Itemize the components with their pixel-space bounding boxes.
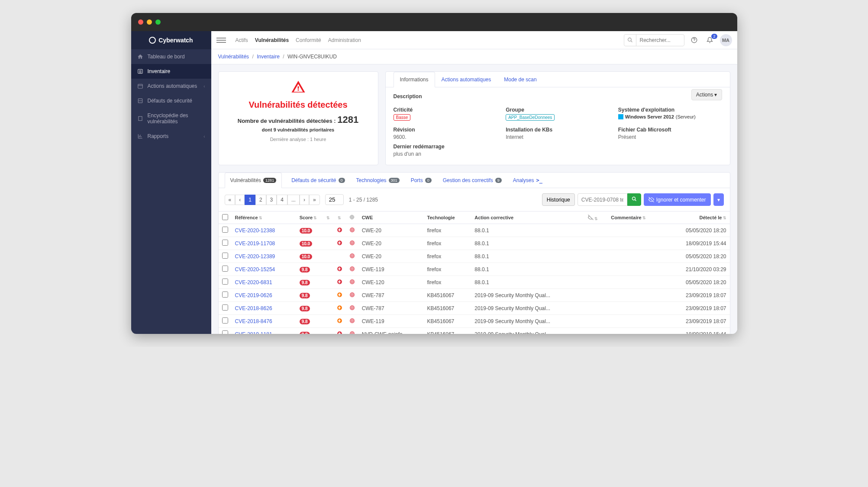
target-icon: [346, 263, 358, 276]
topnav-2[interactable]: Conformité: [292, 37, 325, 43]
window-close-icon[interactable]: [138, 19, 143, 25]
svg-point-37: [352, 268, 352, 269]
svg-point-33: [352, 255, 352, 256]
page-btn-4[interactable]: 4: [277, 195, 287, 205]
search-icon[interactable]: [624, 35, 636, 46]
brand: Cyberwatch: [131, 31, 211, 49]
group-badge[interactable]: APP_BaseDeDonnees: [506, 114, 555, 121]
ignore-comment-button[interactable]: Ignorer et commenter: [644, 193, 711, 206]
page-btn-»[interactable]: »: [309, 195, 320, 205]
vuln-summary-card: Vulnérabilités détectées Nombre de vulné…: [218, 71, 378, 165]
topnav-3[interactable]: Administration: [325, 37, 365, 43]
svg-point-18: [632, 197, 635, 200]
page-info: 1 - 25 / 1285: [349, 197, 378, 203]
row-checkbox[interactable]: [222, 227, 228, 233]
cve-link[interactable]: CVE-2020-12389: [235, 253, 275, 260]
actions-dropdown[interactable]: Actions ▾: [691, 89, 722, 100]
window-min-icon[interactable]: [147, 19, 152, 25]
shield-icon: [137, 98, 143, 104]
window-max-icon[interactable]: [155, 19, 161, 25]
svg-point-22: [352, 217, 352, 218]
cve-link[interactable]: CVE-2020-12388: [235, 227, 275, 234]
table-row: CVE-2020-152549.8CWE-119firefox88.0.121/…: [219, 263, 730, 276]
row-checkbox[interactable]: [222, 292, 228, 298]
page-btn-›[interactable]: ›: [300, 195, 309, 205]
table-row: CVE-2019-11819.8NVD-CWE-noinfoKB45160672…: [219, 328, 730, 334]
cve-link[interactable]: CVE-2020-15254: [235, 266, 275, 272]
page-btn-...[interactable]: ...: [287, 195, 300, 205]
subtab-2[interactable]: Technologies 301: [355, 173, 401, 188]
breadcrumb-vuln[interactable]: Vulnérabilités: [218, 54, 249, 60]
score-badge: 10.0: [300, 254, 312, 260]
list-icon: [137, 68, 143, 74]
svg-point-57: [352, 333, 352, 333]
info-tab-2[interactable]: Mode de scan: [497, 72, 543, 87]
avatar[interactable]: MA: [720, 34, 732, 46]
bolt-icon: [333, 224, 346, 237]
ignore-dropdown-button[interactable]: ▾: [713, 193, 724, 206]
subtab-5[interactable]: Analyses >_: [511, 173, 544, 188]
main: ActifsVulnérabilitésConformitéAdministra…: [211, 31, 737, 334]
page-size-select[interactable]: 25: [325, 194, 344, 205]
eye-off-col-icon: ⇅: [584, 211, 607, 224]
page-btn-«[interactable]: «: [225, 195, 236, 205]
cve-link[interactable]: CVE-2020-6831: [235, 279, 272, 285]
filter-input[interactable]: [578, 193, 627, 206]
menu-toggle-icon[interactable]: [216, 35, 226, 45]
info-tab-1[interactable]: Actions automatiques: [435, 72, 498, 87]
subtab-1[interactable]: Défauts de sécurité 0: [290, 173, 346, 188]
svg-rect-8: [138, 116, 142, 120]
terminal-icon: >_: [536, 177, 542, 183]
topnav-0[interactable]: Actifs: [232, 37, 252, 43]
topnav-1[interactable]: Vulnérabilités: [252, 37, 292, 43]
page-btn-3[interactable]: 3: [266, 195, 277, 205]
sidebar-item-4[interactable]: Encyclopédie des vulnérabilités: [131, 108, 211, 129]
row-checkbox[interactable]: [222, 240, 228, 246]
info-card: InformationsActions automatiquesMode de …: [385, 71, 730, 165]
search-input[interactable]: [636, 37, 684, 43]
sidebar-item-5[interactable]: Rapports‹: [131, 129, 211, 144]
subtab-4[interactable]: Gestion des correctifs 9: [441, 173, 503, 188]
select-all-checkbox[interactable]: [222, 214, 228, 220]
row-checkbox[interactable]: [222, 266, 228, 272]
bolt-icon: [333, 302, 346, 315]
cve-link[interactable]: CVE-2019-0626: [235, 292, 272, 298]
subtab-3[interactable]: Ports 0: [409, 173, 433, 188]
row-checkbox[interactable]: [222, 279, 228, 285]
cards-row: Vulnérabilités détectées Nombre de vulné…: [218, 71, 730, 165]
target-icon: [346, 237, 358, 250]
bell-icon[interactable]: 2: [704, 35, 716, 46]
row-checkbox[interactable]: [222, 330, 228, 334]
page-btn-‹[interactable]: ‹: [235, 195, 245, 205]
topbar: ActifsVulnérabilitésConformitéAdministra…: [211, 31, 737, 49]
page-btn-1[interactable]: 1: [245, 195, 255, 205]
subtab-0[interactable]: Vulnérabilités 1281: [225, 173, 282, 188]
row-checkbox[interactable]: [222, 317, 228, 324]
sidebar-item-1[interactable]: Inventaire: [131, 64, 211, 79]
toolbar: «‹1234...›» 25 1 - 25 / 1285 Historique: [219, 188, 730, 211]
help-icon[interactable]: [689, 35, 700, 46]
bolt-icon: [333, 315, 346, 328]
sidebar-item-3[interactable]: Défauts de sécurité: [131, 93, 211, 108]
cve-link[interactable]: CVE-2019-1181: [235, 331, 272, 334]
table-row: CVE-2018-84769.8CWE-119KB45160672019-09 …: [219, 315, 730, 328]
bolt-icon: [333, 328, 346, 334]
sidebar-item-2[interactable]: Actions automatiques‹: [131, 79, 211, 93]
cve-link[interactable]: CVE-2019-11708: [235, 240, 275, 247]
filter-search-button[interactable]: [627, 193, 641, 206]
table-row: CVE-2018-86269.8CWE-787KB45160672019-09 …: [219, 302, 730, 315]
page-btn-2[interactable]: 2: [255, 195, 266, 205]
row-checkbox[interactable]: [222, 304, 228, 311]
home-icon: [137, 54, 143, 60]
historique-button[interactable]: Historique: [542, 193, 575, 206]
cve-link[interactable]: CVE-2018-8626: [235, 305, 272, 311]
breadcrumb-inv[interactable]: Inventaire: [257, 54, 280, 60]
cve-link[interactable]: CVE-2018-8476: [235, 318, 272, 324]
sidebar-item-0[interactable]: Tableau de bord: [131, 49, 211, 64]
score-badge: 9.8: [300, 293, 310, 298]
svg-point-14: [628, 38, 631, 42]
info-tab-0[interactable]: Informations: [394, 72, 435, 87]
row-checkbox[interactable]: [222, 253, 228, 259]
pagination: «‹1234...›»: [225, 195, 320, 205]
table-card: Vulnérabilités 1281Défauts de sécurité 0…: [218, 172, 730, 334]
